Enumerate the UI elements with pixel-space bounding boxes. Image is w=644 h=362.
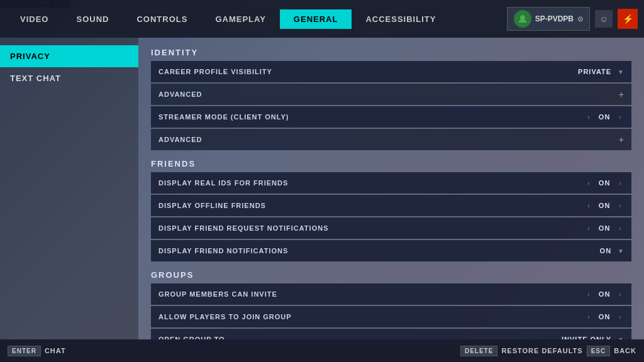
sidebar-item-privacy[interactable]: PRIVACY: [0, 45, 138, 67]
setting-value: ON: [600, 247, 612, 255]
user-badge: SP-PVDPB ⊙: [507, 7, 590, 31]
setting-label: ALLOW PLAYERS TO JOIN GROUP: [158, 313, 498, 321]
setting-control: PRIVATE ▼: [498, 68, 624, 75]
setting-display-offline[interactable]: DISPLAY OFFLINE FRIENDS ‹ ON ›: [151, 195, 631, 216]
right-arrow-icon[interactable]: ›: [616, 200, 624, 211]
chevron-down-icon: ▼: [618, 248, 624, 255]
setting-display-real-ids[interactable]: DISPLAY REAL IDS FOR FRIENDS ‹ ON ›: [151, 172, 631, 194]
plus-icon: +: [619, 134, 624, 145]
tab-general[interactable]: GENERAL: [280, 9, 352, 29]
setting-control: ‹ ON ›: [498, 223, 624, 233]
bottom-bar: ENTER CHAT DELETE RESTORE DEFAULTS ESC B…: [0, 339, 644, 362]
setting-group-members-invite[interactable]: GROUP MEMBERS CAN INVITE ‹ ON ›: [151, 283, 631, 305]
setting-control: INVITE ONLY ▼: [498, 336, 624, 339]
setting-control: ‹ ON ›: [498, 200, 624, 211]
left-arrow-icon[interactable]: ‹: [585, 289, 592, 299]
tab-sound[interactable]: SOUND: [62, 9, 123, 29]
setting-label: GROUP MEMBERS CAN INVITE: [158, 290, 498, 298]
plus-icon: +: [619, 89, 624, 99]
setting-value: ON: [599, 290, 611, 298]
setting-value: INVITE ONLY: [562, 336, 611, 339]
tab-video[interactable]: VIDEO: [6, 9, 62, 29]
enter-key: ENTER: [8, 346, 41, 356]
setting-label: DISPLAY REAL IDS FOR FRIENDS: [158, 179, 498, 187]
restore-defaults-label[interactable]: RESTORE DEFAULTS: [501, 347, 582, 354]
main-content: PRIVACY TEXT CHAT IDENTITY CAREER PROFIL…: [0, 38, 644, 339]
sidebar: PRIVACY TEXT CHAT: [0, 38, 138, 339]
setting-value: ON: [599, 113, 611, 121]
left-arrow-icon[interactable]: ‹: [585, 312, 592, 322]
left-arrow-icon[interactable]: ‹: [585, 223, 592, 233]
setting-label: OPEN GROUP TO: [158, 336, 498, 339]
setting-advanced-1[interactable]: ADVANCED +: [151, 84, 631, 105]
setting-value: PRIVATE: [578, 68, 611, 75]
setting-label: DISPLAY FRIEND REQUEST NOTIFICATIONS: [158, 224, 498, 232]
user-area: SP-PVDPB ⊙ ☺ ⚡: [507, 7, 638, 31]
setting-control: ‹ ON ›: [498, 289, 624, 299]
setting-streamer-mode[interactable]: STREAMER MODE (CLIENT ONLY) ‹ ON ›: [151, 106, 631, 128]
rank-badge: ⚡: [618, 9, 638, 29]
tab-accessibility[interactable]: ACCESSIBILITY: [352, 9, 450, 29]
esc-key[interactable]: ESC: [587, 346, 611, 356]
setting-label: DISPLAY OFFLINE FRIENDS: [158, 202, 498, 209]
setting-label: STREAMER MODE (CLIENT ONLY): [158, 113, 498, 121]
chevron-down-icon: ▼: [618, 69, 624, 75]
left-arrow-icon[interactable]: ‹: [585, 112, 592, 122]
setting-allow-join-group[interactable]: ALLOW PLAYERS TO JOIN GROUP ‹ ON ›: [151, 306, 631, 327]
username: SP-PVDPB: [535, 14, 574, 23]
nav-tabs: VIDEO SOUND CONTROLS GAMEPLAY GENERAL AC…: [6, 9, 507, 29]
back-label[interactable]: BACK: [614, 347, 636, 354]
settings-panel: IDENTITY CAREER PROFILE VISIBILITY PRIVA…: [138, 38, 644, 339]
setting-control: ‹ ON ›: [498, 312, 624, 322]
section-groups-title: GROUPS: [151, 270, 631, 280]
section-identity-title: IDENTITY: [151, 48, 631, 57]
top-navigation: VIDEO SOUND CONTROLS GAMEPLAY GENERAL AC…: [0, 0, 644, 38]
setting-value: ON: [599, 202, 611, 209]
setting-label: DISPLAY FRIEND NOTIFICATIONS: [158, 247, 498, 255]
delete-key[interactable]: DELETE: [460, 346, 497, 356]
setting-friend-notifications[interactable]: DISPLAY FRIEND NOTIFICATIONS ON ▼: [151, 240, 631, 261]
platform-icon: ⊙: [577, 15, 583, 23]
sidebar-item-textchat[interactable]: TEXT CHAT: [0, 67, 138, 89]
right-arrow-icon[interactable]: ›: [616, 178, 624, 188]
setting-control: ‹ ON ›: [498, 112, 624, 122]
right-arrow-icon[interactable]: ›: [616, 112, 624, 122]
svg-point-0: [520, 15, 525, 20]
avatar: [514, 10, 531, 28]
setting-open-group-to[interactable]: OPEN GROUP TO INVITE ONLY ▼: [151, 329, 631, 339]
setting-career-profile[interactable]: CAREER PROFILE VISIBILITY PRIVATE ▼: [151, 61, 631, 82]
bottom-left: ENTER CHAT: [8, 346, 66, 356]
left-arrow-icon[interactable]: ‹: [585, 178, 592, 188]
social-icon[interactable]: ☺: [595, 10, 613, 28]
chat-label: CHAT: [45, 347, 66, 354]
left-arrow-icon[interactable]: ‹: [585, 200, 592, 211]
bottom-right: DELETE RESTORE DEFAULTS ESC BACK: [460, 346, 636, 356]
setting-value: ON: [599, 224, 611, 232]
setting-value: ON: [599, 313, 611, 321]
setting-control: ‹ ON ›: [498, 178, 624, 188]
tab-gameplay[interactable]: GAMEPLAY: [201, 9, 279, 29]
tab-controls[interactable]: CONTROLS: [123, 9, 201, 29]
right-arrow-icon[interactable]: ›: [616, 289, 624, 299]
setting-advanced-2[interactable]: ADVANCED +: [151, 129, 631, 150]
right-arrow-icon[interactable]: ›: [616, 223, 624, 233]
setting-label: ADVANCED: [158, 90, 619, 98]
right-arrow-icon[interactable]: ›: [616, 312, 624, 322]
section-friends-title: FRIENDS: [151, 159, 631, 168]
setting-friend-request-notif[interactable]: DISPLAY FRIEND REQUEST NOTIFICATIONS ‹ O…: [151, 217, 631, 239]
setting-value: ON: [599, 179, 611, 187]
setting-control: ON ▼: [498, 247, 624, 255]
setting-label: CAREER PROFILE VISIBILITY: [158, 68, 498, 75]
chevron-down-icon: ▼: [618, 336, 624, 340]
setting-label: ADVANCED: [158, 136, 619, 143]
